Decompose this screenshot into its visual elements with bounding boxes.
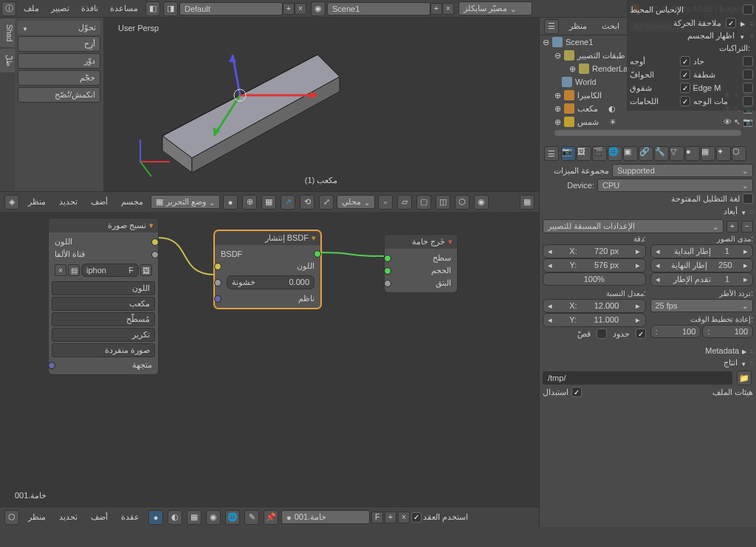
3d-viewport[interactable]: User Persp مكعب (1) xyxy=(103,18,539,191)
proportional-icon[interactable]: ◉ xyxy=(474,195,489,210)
object-tab[interactable]: ▣ xyxy=(623,146,638,161)
add-preset-button[interactable]: + xyxy=(726,221,738,233)
node-menu-add[interactable]: أضف xyxy=(85,512,114,522)
projection-dropdown[interactable]: مكعب xyxy=(52,297,155,311)
unlink-image-button[interactable]: × xyxy=(55,264,66,276)
tool-rotate[interactable]: دوّر xyxy=(18,53,100,69)
feature-set-dropdown[interactable]: Supported xyxy=(612,164,753,177)
back-icon[interactable]: ◧ xyxy=(145,1,160,16)
image-name-field[interactable]: iphonF xyxy=(81,264,139,277)
texture-type-icon[interactable]: ▦ xyxy=(187,510,202,525)
time-new-field[interactable]: :100 xyxy=(702,325,753,338)
frame-step-field[interactable]: ◂تقدم الإطار1▸ xyxy=(650,272,754,286)
scene-icon[interactable]: ◉ xyxy=(311,1,326,16)
creases-checkbox[interactable] xyxy=(680,83,690,93)
res-x-field[interactable]: ◂X:720 px▸ xyxy=(543,244,646,258)
volume-input-socket[interactable] xyxy=(384,267,391,275)
editor-3d-icon[interactable]: ◈ xyxy=(4,195,19,210)
remove-scene-button[interactable]: × xyxy=(442,3,454,15)
node-menu-view[interactable]: منظر xyxy=(22,512,52,522)
render-preview-icon[interactable]: ▦ xyxy=(520,195,535,210)
shader-type-icon[interactable]: ● xyxy=(148,510,163,525)
mesh-object[interactable] xyxy=(126,32,362,180)
replace-checkbox[interactable] xyxy=(571,387,582,397)
modifiers-tab[interactable]: 🔧 xyxy=(654,146,669,161)
layers-icon[interactable]: ▦ xyxy=(261,195,276,210)
normal-input-socket[interactable] xyxy=(214,295,221,303)
outliner-editor-icon[interactable]: ☰ xyxy=(544,19,559,34)
color-space-dropdown[interactable]: اللون xyxy=(52,281,155,295)
transform-panel-header[interactable]: تحوّل xyxy=(18,21,100,35)
tool-translate[interactable]: أزِح xyxy=(18,36,100,52)
outliner-menu-view[interactable]: منظر xyxy=(563,21,593,31)
engine-dropdown[interactable]: مصيّر سايكلز xyxy=(458,1,532,16)
face-select-icon[interactable]: ▢ xyxy=(416,195,431,210)
menu-window[interactable]: نافذة xyxy=(75,4,104,13)
snap-icon[interactable]: ⬡ xyxy=(455,195,470,210)
vector-input-socket[interactable] xyxy=(48,362,55,369)
source-dropdown[interactable]: صورة منفردة xyxy=(52,343,155,357)
image-texture-node[interactable]: نسيج صورة▾ اللون قناة الألفا × ▤ iphonF … xyxy=(48,218,159,375)
node-header[interactable]: إنتشار BSDF▾ xyxy=(215,231,320,245)
browse-output-icon[interactable]: 📁 xyxy=(737,371,752,385)
node-header[interactable]: خَرج خامة▾ xyxy=(385,235,457,249)
crop-checkbox[interactable] xyxy=(597,328,607,339)
menu-render[interactable]: تصيير xyxy=(45,4,75,13)
displacement-input-socket[interactable] xyxy=(384,280,391,287)
add-layout-button[interactable]: + xyxy=(283,3,295,15)
3d-menu-add[interactable]: أضف xyxy=(85,197,114,207)
color-output-socket[interactable] xyxy=(151,238,159,246)
res-y-field[interactable]: ◂Y:576 px▸ xyxy=(543,258,646,272)
surface-input-socket[interactable] xyxy=(384,255,391,262)
mesh-display-header[interactable]: اظهار المجسم:::: xyxy=(630,30,753,42)
border-checkbox[interactable] xyxy=(636,328,646,339)
tool-shrink[interactable]: انكمش/نُصّح xyxy=(18,87,100,103)
ambient-checkbox[interactable] xyxy=(743,4,753,15)
material-output-node[interactable]: خَرج خامة▾ سطح الحجم البتق xyxy=(384,234,458,293)
edges-checkbox[interactable] xyxy=(680,69,690,80)
browse-image-button[interactable]: ▤ xyxy=(68,264,80,276)
sharp-checkbox[interactable] xyxy=(743,56,753,66)
props-editor-icon[interactable]: ☰ xyxy=(544,146,559,161)
tool-scale[interactable]: حجّم xyxy=(18,70,100,86)
manip-scale-icon[interactable]: ⤢ xyxy=(319,195,334,210)
extension-dropdown[interactable]: تكرير xyxy=(52,328,155,342)
3d-menu-view[interactable]: منظر xyxy=(22,197,52,207)
editor-type-icon[interactable]: ⓘ xyxy=(1,1,16,16)
line-type-icon[interactable]: ✎ xyxy=(244,510,259,525)
device-dropdown[interactable]: CPU xyxy=(597,179,753,192)
dimensions-header[interactable]: أبعاد:::: xyxy=(543,205,753,218)
limit-select-icon[interactable]: ◫ xyxy=(436,195,450,210)
node-header[interactable]: نسيج صورة▾ xyxy=(49,219,158,233)
pin-icon[interactable]: 📌 xyxy=(264,510,278,525)
physics-tab[interactable]: ⬡ xyxy=(732,146,746,161)
3d-menu-mesh[interactable]: مجسم xyxy=(115,197,149,207)
fwd-icon[interactable]: ◨ xyxy=(163,1,178,16)
facemat-checkbox[interactable] xyxy=(743,96,753,106)
image-menu-button[interactable]: 🖼 xyxy=(140,264,152,276)
shading-icon[interactable]: ● xyxy=(223,195,238,210)
orientation-dropdown[interactable]: محلي xyxy=(337,195,375,209)
menu-help[interactable]: مساعدة xyxy=(104,4,144,13)
render-tab[interactable]: 📷 xyxy=(561,146,576,161)
pivot-icon[interactable]: ⊕ xyxy=(242,195,257,210)
edgem-checkbox[interactable] xyxy=(743,83,753,93)
remove-layout-button[interactable]: × xyxy=(295,3,306,15)
roughness-field[interactable]: خشونة0.000 xyxy=(227,275,315,289)
remove-material-button[interactable]: × xyxy=(398,512,410,523)
data-tab[interactable]: ▽ xyxy=(670,146,684,161)
edge-select-icon[interactable]: ▱ xyxy=(397,195,412,210)
frame-end-field[interactable]: ◂إطار النهاية250▸ xyxy=(650,258,754,272)
remove-preset-button[interactable]: − xyxy=(741,221,753,233)
add-scene-button[interactable]: + xyxy=(430,3,442,15)
color-input-socket[interactable] xyxy=(214,263,221,270)
frame-start-field[interactable]: ◂إطار البداية1▸ xyxy=(650,244,754,258)
use-nodes-checkbox[interactable] xyxy=(411,512,422,523)
metadata-header[interactable]: Metadata:::: xyxy=(543,345,753,357)
aspect-x-field[interactable]: ◂X:12.000▸ xyxy=(543,299,646,313)
seams-checkbox[interactable] xyxy=(680,96,690,106)
diffuse-bsdf-node[interactable]: إنتشار BSDF▾ BSDF اللون خشونة0.000 ناظم xyxy=(214,230,321,309)
output-header[interactable]: انتاج:::: xyxy=(543,357,753,369)
world-tab[interactable]: 🌐 xyxy=(608,146,622,161)
tab-shadow[interactable]: ظلّ xyxy=(0,49,15,72)
